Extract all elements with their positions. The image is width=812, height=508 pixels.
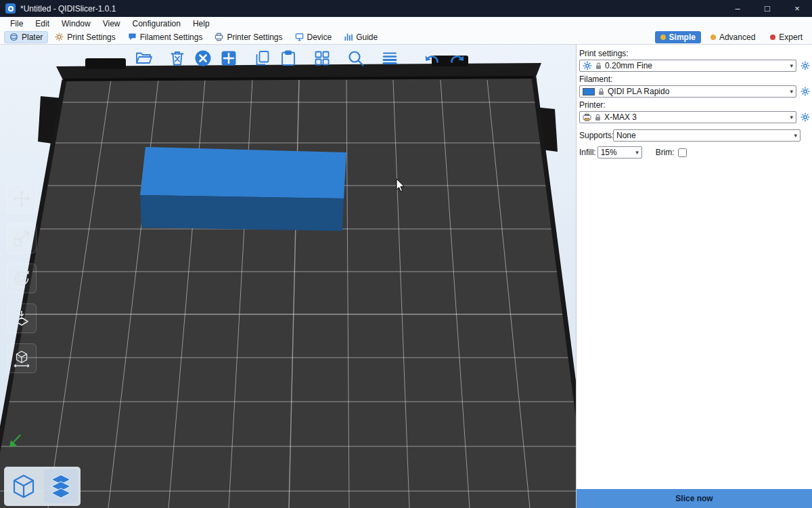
paste-icon[interactable] — [277, 47, 299, 69]
supports-combo[interactable]: None ▾ — [613, 129, 800, 142]
bed-clip — [85, 58, 126, 69]
measure-tool-icon[interactable] — [7, 343, 37, 373]
filament-value: QIDI PLA Rapido — [608, 87, 786, 96]
advanced-mode-dot — [710, 35, 716, 40]
tab-label: Filament Settings — [140, 33, 203, 42]
filament-color-swatch — [583, 88, 595, 96]
tab-printer-settings[interactable]: Printer Settings — [209, 31, 288, 43]
delete-all-icon[interactable] — [192, 47, 214, 69]
tab-print-settings[interactable]: Print Settings — [49, 31, 120, 43]
chevron-down-icon: ▾ — [790, 88, 793, 95]
close-button[interactable]: × — [782, 0, 812, 17]
mode-advanced[interactable]: Advanced — [705, 31, 761, 43]
infill-value: 15% — [601, 148, 632, 157]
titlebar: *Untitled - QIDISlicer-1.0.1 – □ × — [0, 0, 812, 17]
tab-guide[interactable]: Guide — [338, 31, 383, 43]
variable-layer-height-icon[interactable] — [379, 47, 401, 69]
filament-label: Filament: — [579, 75, 812, 84]
tab-device[interactable]: Device — [290, 31, 338, 43]
split-to-parts-icon[interactable] — [311, 47, 333, 69]
settings-sidebar: Print settings: 0.20mm Fine ▾ Filament: … — [576, 45, 812, 508]
tab-label: Device — [307, 33, 332, 42]
minimize-button[interactable]: – — [723, 0, 752, 17]
menu-edit[interactable]: Edit — [29, 17, 55, 30]
print-settings-label: Print settings: — [579, 49, 812, 58]
print-settings-value: 0.20mm Fine — [605, 61, 786, 70]
rotate-tool-icon[interactable] — [7, 263, 37, 293]
window-title: *Untitled - QIDISlicer-1.0.1 — [20, 4, 723, 14]
menubar: File Edit Window View Configuration Help — [0, 17, 812, 30]
chevron-down-icon: ▾ — [635, 149, 639, 156]
supports-label: Supports: — [579, 131, 613, 140]
mode-simple[interactable]: Simple — [655, 31, 701, 43]
viewport-3d[interactable] — [0, 45, 576, 508]
lock-icon — [595, 114, 601, 121]
printer-value: X-MAX 3 — [604, 112, 786, 122]
maximize-button[interactable]: □ — [752, 0, 782, 17]
expert-mode-dot — [770, 35, 775, 40]
print-settings-combo[interactable]: 0.20mm Fine ▾ — [579, 60, 796, 72]
viewport-toolbar — [133, 47, 468, 69]
tab-filament-settings[interactable]: Filament Settings — [122, 31, 208, 43]
print-settings-edit-icon[interactable] — [800, 61, 811, 70]
guide-icon — [344, 33, 353, 41]
bed-surface[interactable] — [0, 77, 576, 508]
simple-mode-dot — [660, 35, 666, 40]
menu-view[interactable]: View — [97, 17, 127, 30]
lock-icon — [595, 62, 602, 70]
infill-combo[interactable]: 15% ▾ — [597, 146, 642, 158]
profile-gear-icon — [583, 61, 592, 70]
menu-file[interactable]: File — [4, 17, 29, 30]
redo-icon[interactable] — [447, 47, 468, 69]
3d-editor-view-icon[interactable] — [7, 469, 41, 503]
model-object[interactable] — [140, 147, 346, 231]
place-on-face-tool-icon[interactable] — [7, 303, 37, 333]
chevron-down-icon: ▾ — [794, 132, 797, 139]
filament-icon — [128, 33, 137, 41]
menu-configuration[interactable]: Configuration — [127, 17, 187, 30]
window-controls: – □ × — [723, 0, 812, 17]
preview-layers-view-icon[interactable] — [44, 469, 78, 503]
tab-label: Printer Settings — [227, 33, 282, 42]
filament-combo[interactable]: QIDI PLA Rapido ▾ — [579, 85, 796, 98]
printer-label: Printer: — [579, 100, 812, 110]
tabbar: Plater Print Settings Filament Settings … — [0, 30, 812, 45]
gizmo-toolbar — [7, 184, 37, 373]
mode-selector: Simple Advanced Expert — [655, 31, 808, 43]
search-icon[interactable] — [345, 47, 367, 69]
printer-small-icon — [583, 113, 591, 122]
mode-expert[interactable]: Expert — [765, 31, 808, 43]
print-settings-gear-icon — [55, 33, 64, 41]
menu-window[interactable]: Window — [55, 17, 97, 30]
supports-value: None — [616, 131, 790, 140]
scale-tool-icon[interactable] — [7, 224, 37, 253]
brim-label: Brim: — [656, 148, 675, 157]
brim-checkbox[interactable] — [678, 148, 687, 157]
chevron-down-icon: ▾ — [790, 62, 793, 69]
mode-label: Expert — [779, 33, 803, 42]
infill-label: Infill: — [579, 148, 596, 157]
menu-help[interactable]: Help — [187, 17, 216, 30]
slice-now-button[interactable]: Slice now — [577, 489, 812, 508]
tab-label: Print Settings — [67, 33, 115, 42]
app-logo-icon — [5, 3, 16, 14]
arrange-icon[interactable] — [218, 47, 240, 69]
view-toggle-panel — [4, 467, 81, 506]
tab-label: Guide — [356, 33, 378, 42]
mode-label: Advanced — [719, 33, 755, 42]
mode-label: Simple — [669, 33, 696, 42]
plater-icon — [9, 33, 18, 41]
lock-icon — [598, 88, 604, 96]
undo-icon[interactable] — [421, 47, 443, 69]
filament-edit-icon[interactable] — [800, 87, 811, 96]
printer-edit-icon[interactable] — [800, 112, 811, 122]
printer-combo[interactable]: X-MAX 3 ▾ — [579, 111, 796, 123]
copy-icon[interactable] — [252, 47, 273, 69]
tab-plater[interactable]: Plater — [4, 31, 48, 43]
move-tool-icon[interactable] — [7, 184, 37, 213]
printer-icon — [215, 33, 223, 41]
open-folder-icon[interactable] — [133, 47, 154, 69]
print-bed[interactable] — [0, 45, 576, 508]
app-window: *Untitled - QIDISlicer-1.0.1 – □ × File … — [0, 0, 812, 508]
delete-icon[interactable] — [166, 47, 188, 69]
